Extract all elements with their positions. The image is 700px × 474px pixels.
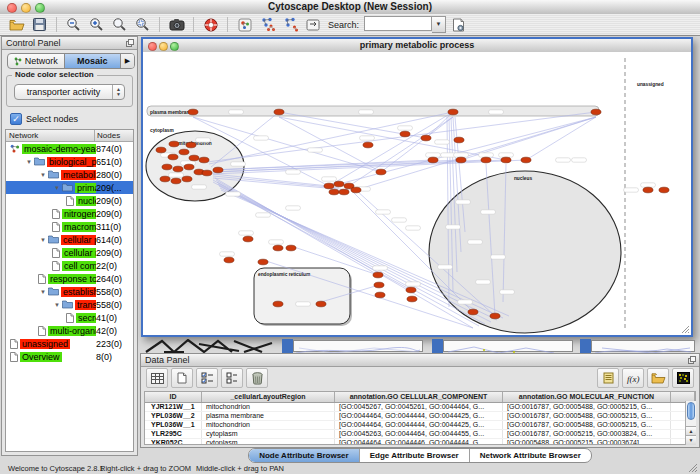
new-attribute-icon[interactable] bbox=[171, 368, 193, 388]
import-attributes-folder-icon[interactable] bbox=[647, 368, 669, 388]
table-row-ylr295c[interactable]: YLR295Ccytoplasm[GO:0045263, GO:0044464,… bbox=[145, 430, 695, 439]
network-canvas[interactable]: plasma membrane cytoplasm mitochondrion … bbox=[143, 52, 691, 335]
matrix-heatmap-icon[interactable] bbox=[672, 368, 694, 388]
gene-node[interactable] bbox=[501, 157, 511, 163]
expand-triangle-icon[interactable]: ▼ bbox=[52, 302, 62, 308]
tree-row-response-to-stimulu[interactable]: response to stimulu264(0) bbox=[6, 272, 133, 285]
column-header-cellularlayoutregion[interactable]: _cellularLayoutRegion bbox=[202, 392, 335, 402]
zoom-selected-icon[interactable] bbox=[132, 15, 153, 34]
tree-row-primary-metabol[interactable]: ▼primary metabol209(... bbox=[6, 181, 133, 194]
tab-edge-attribute-browser[interactable]: Edge Attribute Browser bbox=[359, 449, 469, 462]
zoom-in-icon[interactable] bbox=[86, 15, 107, 34]
gene-node[interactable] bbox=[454, 137, 464, 143]
gene-node[interactable] bbox=[162, 164, 172, 170]
gene-node[interactable] bbox=[168, 154, 178, 160]
help-lifering-icon[interactable] bbox=[200, 15, 221, 34]
tree-row-unassigned[interactable]: unassigned223(0) bbox=[6, 337, 133, 350]
gene-node[interactable] bbox=[468, 309, 478, 315]
gene-node[interactable] bbox=[243, 236, 253, 242]
gene-node[interactable] bbox=[407, 296, 417, 302]
table-row-ypl036w-1[interactable]: YPL036W__1mitochondrion[GO:0044464, GO:0… bbox=[145, 421, 695, 430]
gene-node[interactable] bbox=[169, 141, 179, 147]
node-color-combobox[interactable]: transporter activity ▲▼ bbox=[14, 84, 125, 100]
tree-row-cellular-process[interactable]: ▼cellular process614(0) bbox=[6, 233, 133, 246]
expand-triangle-icon[interactable]: ▼ bbox=[38, 289, 48, 295]
gene-node[interactable] bbox=[490, 313, 500, 319]
tree-row-cellular-metabol[interactable]: cellular metabol209(0) bbox=[6, 246, 133, 259]
scroll-down-arrow-icon[interactable]: ▼ bbox=[686, 435, 696, 445]
snapshot-camera-icon[interactable] bbox=[166, 15, 187, 34]
tree-row-transport[interactable]: ▼transport558(0) bbox=[6, 298, 133, 311]
attribute-grid-icon[interactable] bbox=[146, 368, 168, 388]
column-header-id[interactable]: ID bbox=[145, 392, 202, 402]
gene-node[interactable] bbox=[199, 157, 209, 163]
gene-node[interactable] bbox=[373, 272, 383, 278]
gene-node[interactable] bbox=[156, 147, 166, 153]
zoom-out-icon[interactable] bbox=[63, 15, 84, 34]
tab-mosaic[interactable]: Mosaic bbox=[64, 54, 121, 68]
gene-node[interactable] bbox=[456, 157, 466, 163]
tree-row-multi-organism-pro[interactable]: multi-organism pro42(0) bbox=[6, 324, 133, 337]
gene-node[interactable] bbox=[213, 167, 223, 173]
gene-node[interactable] bbox=[406, 287, 416, 293]
tree-row-secretion[interactable]: secretion41(0) bbox=[6, 311, 133, 324]
gene-node[interactable] bbox=[339, 189, 349, 195]
select-nodes-checkbox[interactable]: ✓ bbox=[10, 113, 22, 125]
formula-builder-icon[interactable]: f(x) bbox=[622, 368, 644, 388]
annotation-icon[interactable] bbox=[448, 15, 469, 34]
gene-node[interactable] bbox=[186, 142, 196, 148]
search-dropdown-icon[interactable]: ▼ bbox=[432, 16, 446, 33]
tab-overflow-arrow-icon[interactable]: ▶ bbox=[120, 54, 134, 68]
network-graph[interactable]: plasma membrane cytoplasm mitochondrion … bbox=[143, 52, 691, 335]
save-session-icon[interactable] bbox=[29, 15, 50, 34]
notes-icon[interactable] bbox=[597, 368, 619, 388]
destroy-view-icon[interactable] bbox=[280, 15, 301, 34]
create-view-icon[interactable] bbox=[257, 15, 278, 34]
gene-node[interactable] bbox=[286, 245, 296, 251]
gene-node[interactable] bbox=[258, 259, 268, 265]
delete-attribute-trash-icon[interactable] bbox=[246, 368, 268, 388]
gene-node[interactable] bbox=[400, 131, 410, 137]
gene-node[interactable] bbox=[591, 109, 601, 115]
gene-node[interactable] bbox=[160, 176, 170, 182]
tab-network-attribute-browser[interactable]: Network Attribute Browser bbox=[469, 449, 591, 462]
gene-node[interactable] bbox=[273, 245, 283, 251]
vizmapper-icon[interactable] bbox=[234, 15, 255, 34]
gene-node[interactable] bbox=[374, 282, 384, 288]
zoom-fit-icon[interactable] bbox=[109, 15, 130, 34]
expand-triangle-icon[interactable]: ▼ bbox=[24, 159, 34, 165]
unselect-attributes-icon[interactable] bbox=[221, 368, 243, 388]
gene-node[interactable] bbox=[521, 157, 531, 163]
gene-node[interactable] bbox=[202, 170, 212, 176]
tree-row-overview[interactable]: Overview8(0) bbox=[6, 350, 133, 363]
tree-column-nodes[interactable]: Nodes bbox=[95, 130, 133, 141]
gene-node[interactable] bbox=[189, 155, 199, 161]
gene-node[interactable] bbox=[376, 169, 386, 175]
table-row-yjr121w-1[interactable]: YJR121W__1mitochondrion[GO:0045267, GO:0… bbox=[145, 403, 695, 412]
gene-node[interactable] bbox=[334, 181, 344, 187]
gene-node[interactable] bbox=[179, 149, 189, 155]
table-row-ypl036w-2[interactable]: YPL036W__2plasma membrane[GO:0044464, GO… bbox=[145, 412, 695, 421]
table-row-ykr052c[interactable]: YKR052Ccytoplasm[GO:0044464, GO:0044446,… bbox=[145, 439, 695, 445]
open-file-icon[interactable] bbox=[6, 15, 27, 34]
gene-node[interactable] bbox=[329, 189, 339, 195]
tree-row-cell-communicat[interactable]: cell communicat22(0) bbox=[6, 259, 133, 272]
tab-node-attribute-browser[interactable]: Node Attribute Browser bbox=[249, 449, 359, 462]
tree-row-nitrogen-compo[interactable]: nitrogen compo209(0) bbox=[6, 207, 133, 220]
view-manager-icon[interactable] bbox=[303, 15, 324, 34]
tree-row-biological-process[interactable]: ▼biological_process651(0) bbox=[6, 155, 133, 168]
gene-node[interactable] bbox=[324, 183, 334, 189]
gene-node[interactable] bbox=[173, 166, 183, 172]
gene-node[interactable] bbox=[659, 187, 669, 193]
gene-node[interactable] bbox=[182, 176, 192, 182]
tree-column-network[interactable]: Network bbox=[6, 130, 95, 141]
combobox-stepper-icon[interactable]: ▲▼ bbox=[112, 85, 124, 99]
gene-node[interactable] bbox=[351, 187, 361, 193]
gene-node[interactable] bbox=[316, 301, 326, 307]
tab-network[interactable]: Network bbox=[8, 54, 64, 68]
gene-node[interactable] bbox=[274, 109, 284, 115]
gene-node[interactable] bbox=[481, 157, 491, 163]
expand-triangle-icon[interactable]: ▼ bbox=[38, 237, 48, 243]
float-panel-icon[interactable] bbox=[688, 356, 696, 364]
gene-node[interactable] bbox=[375, 292, 385, 298]
